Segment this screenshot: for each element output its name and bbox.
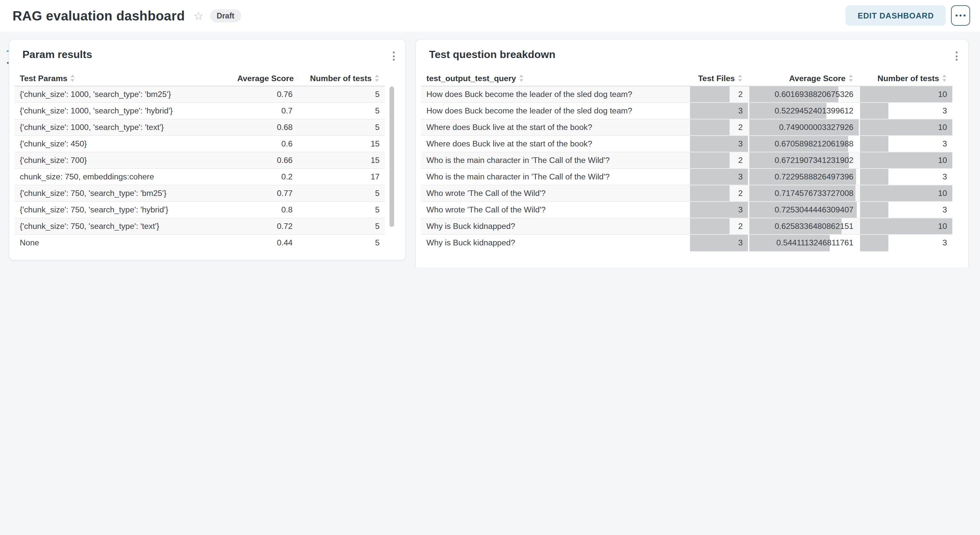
cell-number-of-tests[interactable]: 10	[859, 218, 952, 235]
column-header-number-of-tests[interactable]: Number of tests	[298, 71, 385, 86]
cell-average-score[interactable]: 0.72	[232, 218, 298, 235]
column-header-test-query[interactable]: test_output_test_query	[421, 71, 689, 86]
cell-average-score[interactable]: 0.68	[232, 119, 298, 136]
cell-number-of-tests[interactable]: 5	[298, 119, 385, 136]
cell-test-query[interactable]: Where does Buck live at the start of the…	[421, 119, 689, 136]
cell-test-files[interactable]: 2	[689, 218, 748, 235]
table-row[interactable]: chunk_size: 750, embeddings:cohere0.217	[14, 169, 385, 185]
table-row[interactable]: Where does Buck live at the start of the…	[421, 119, 952, 136]
cell-test-query[interactable]: How does Buck become the leader of the s…	[421, 102, 689, 119]
cell-number-of-tests[interactable]: 3	[859, 235, 952, 251]
edit-dashboard-button[interactable]: EDIT DASHBOARD	[846, 5, 946, 26]
cell-number-of-tests[interactable]: 5	[298, 235, 385, 251]
table-row[interactable]: How does Buck become the leader of the s…	[421, 102, 952, 119]
cell-test-params[interactable]: {'chunk_size': 700}	[14, 152, 232, 169]
cell-number-of-tests[interactable]: 5	[298, 102, 385, 119]
cell-test-params[interactable]: {'chunk_size': 750, 'search_type': 'hybr…	[14, 201, 232, 218]
cell-number-of-tests[interactable]: 3	[859, 201, 952, 218]
cell-test-files[interactable]: 2	[689, 185, 748, 201]
cell-test-query[interactable]: Why is Buck kidnapped?	[421, 235, 689, 251]
cell-test-params[interactable]: {'chunk_size': 750, 'search_type': 'bm25…	[14, 185, 232, 201]
column-header-average-score[interactable]: Average Score	[748, 71, 859, 86]
sort-icon[interactable]	[738, 75, 743, 82]
cell-test-files[interactable]: 3	[689, 235, 748, 251]
sort-icon[interactable]	[849, 75, 853, 82]
cell-average-score[interactable]: 0.77	[232, 185, 298, 201]
sort-icon[interactable]	[70, 75, 75, 82]
table-row[interactable]: Who is the main character in 'The Call o…	[421, 152, 952, 169]
cell-number-of-tests[interactable]: 15	[298, 152, 385, 169]
table-row[interactable]: Why is Buck kidnapped?20.625833648086215…	[421, 218, 952, 235]
cell-average-score[interactable]: 0.749000003327926	[748, 119, 859, 136]
table-row[interactable]: None0.445	[14, 235, 385, 251]
cell-test-query[interactable]: Who is the main character in 'The Call o…	[421, 152, 689, 169]
cell-number-of-tests[interactable]: 3	[859, 136, 952, 152]
cell-average-score[interactable]: 0.8	[232, 201, 298, 218]
cell-average-score[interactable]: 0.6721907341231902	[748, 152, 859, 169]
cell-test-params[interactable]: {'chunk_size': 1000, 'search_type': 'bm2…	[14, 86, 232, 102]
cell-number-of-tests[interactable]: 5	[298, 218, 385, 235]
sort-icon[interactable]	[942, 75, 947, 82]
cell-test-query[interactable]: How does Buck become the leader of the s…	[421, 86, 689, 102]
cell-average-score[interactable]: 0.7174576733727008	[748, 185, 859, 201]
cell-test-params[interactable]: {'chunk_size': 750, 'search_type': 'text…	[14, 218, 232, 235]
cell-average-score[interactable]: 0.7253044446309407	[748, 201, 859, 218]
cell-test-files[interactable]: 2	[689, 119, 748, 136]
cell-test-files[interactable]: 2	[689, 152, 748, 169]
cell-average-score[interactable]: 0.6258336480862151	[748, 218, 859, 235]
cell-test-query[interactable]: Who is the main character in 'The Call o…	[421, 169, 689, 185]
column-header-average-score[interactable]: Average Score	[232, 71, 298, 86]
sort-icon[interactable]	[297, 75, 298, 82]
cell-test-query[interactable]: Who wrote 'The Call of the Wild'?	[421, 201, 689, 218]
cell-average-score[interactable]: 0.44	[232, 235, 298, 251]
table-row[interactable]: {'chunk_size': 1000, 'search_type': 'tex…	[14, 119, 385, 136]
table-row[interactable]: {'chunk_size': 450}0.615	[14, 136, 385, 152]
cell-average-score[interactable]: 0.5229452401399612	[748, 102, 859, 119]
cell-number-of-tests[interactable]: 10	[859, 152, 952, 169]
cell-number-of-tests[interactable]: 5	[298, 201, 385, 218]
table-row[interactable]: Who wrote 'The Call of the Wild'?20.7174…	[421, 185, 952, 201]
cell-test-query[interactable]: Why is Buck kidnapped?	[421, 218, 689, 235]
cell-average-score[interactable]: 0.66	[232, 152, 298, 169]
cell-test-query[interactable]: Who wrote 'The Call of the Wild'?	[421, 185, 689, 201]
cell-test-params[interactable]: {'chunk_size': 1000, 'search_type': 'tex…	[14, 119, 232, 136]
table-row[interactable]: How does Buck become the leader of the s…	[421, 86, 952, 102]
cell-number-of-tests[interactable]: 10	[859, 119, 952, 136]
sort-icon[interactable]	[519, 75, 524, 82]
cell-test-files[interactable]: 2	[689, 86, 748, 102]
column-header-number-of-tests[interactable]: Number of tests	[859, 71, 952, 86]
scrollbar-thumb[interactable]	[390, 86, 394, 227]
cell-test-query[interactable]: Where does Buck live at the start of the…	[421, 136, 689, 152]
cell-number-of-tests[interactable]: 17	[298, 169, 385, 185]
cell-test-files[interactable]: 3	[689, 169, 748, 185]
card-menu-kebab-icon[interactable]	[391, 50, 396, 62]
more-menu-button[interactable]	[951, 5, 970, 26]
cell-test-params[interactable]: chunk_size: 750, embeddings:cohere	[14, 169, 232, 185]
cell-average-score[interactable]: 0.2	[232, 169, 298, 185]
table-row[interactable]: {'chunk_size': 1000, 'search_type': 'bm2…	[14, 86, 385, 102]
table-row[interactable]: Who is the main character in 'The Call o…	[421, 169, 952, 185]
cell-average-score[interactable]: 0.7	[232, 102, 298, 119]
cell-number-of-tests[interactable]: 3	[859, 102, 952, 119]
favorite-star-icon[interactable]: ☆	[193, 10, 204, 21]
cell-test-files[interactable]: 3	[689, 136, 748, 152]
sort-icon[interactable]	[375, 75, 380, 82]
table-row[interactable]: Why is Buck kidnapped?30.544111324681176…	[421, 235, 952, 251]
table-row[interactable]: {'chunk_size': 750, 'search_type': 'hybr…	[14, 201, 385, 218]
cell-average-score[interactable]: 0.6016938820675326	[748, 86, 859, 102]
cell-number-of-tests[interactable]: 3	[859, 169, 952, 185]
table-row[interactable]: Where does Buck live at the start of the…	[421, 136, 952, 152]
cell-test-params[interactable]: {'chunk_size': 450}	[14, 136, 232, 152]
table-row[interactable]: {'chunk_size': 1000, 'search_type': 'hyb…	[14, 102, 385, 119]
cell-number-of-tests[interactable]: 10	[859, 86, 952, 102]
cell-test-files[interactable]: 3	[689, 102, 748, 119]
cell-test-params[interactable]: {'chunk_size': 1000, 'search_type': 'hyb…	[14, 102, 232, 119]
cell-average-score[interactable]: 0.7229588826497396	[748, 169, 859, 185]
table-row[interactable]: {'chunk_size': 700}0.6615	[14, 152, 385, 169]
cell-average-score[interactable]: 0.6705898212061988	[748, 136, 859, 152]
cell-average-score[interactable]: 0.5441113246811761	[748, 235, 859, 251]
cell-number-of-tests[interactable]: 15	[298, 136, 385, 152]
cell-number-of-tests[interactable]: 5	[298, 86, 385, 102]
column-header-test-params[interactable]: Test Params	[14, 71, 232, 86]
cell-test-params[interactable]: None	[14, 235, 232, 251]
